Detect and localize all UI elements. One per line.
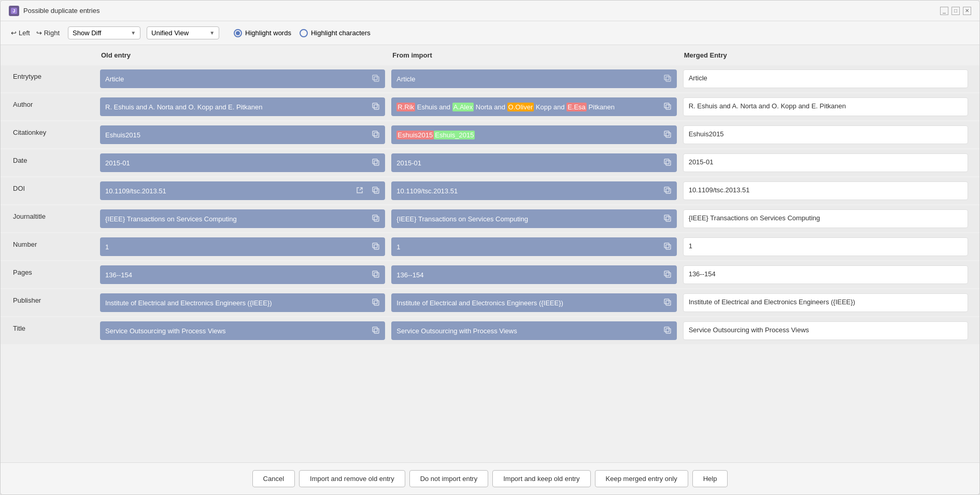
copy-old-title[interactable] bbox=[372, 326, 380, 336]
copy-old-pages[interactable] bbox=[372, 270, 380, 280]
copy-old-entrytype[interactable] bbox=[372, 74, 380, 84]
import-value-text-entrytype: Article bbox=[396, 75, 659, 83]
svg-rect-3 bbox=[373, 75, 377, 80]
help-button[interactable]: Help bbox=[692, 470, 728, 487]
unified-view-chevron: ▼ bbox=[209, 30, 215, 36]
svg-rect-12 bbox=[666, 133, 671, 137]
table-row: Entrytype Article Article Artic bbox=[1, 65, 979, 92]
maximize-button[interactable]: □ bbox=[951, 7, 960, 15]
svg-rect-9 bbox=[664, 103, 669, 108]
copy-import-doi[interactable] bbox=[663, 186, 672, 196]
svg-rect-20 bbox=[666, 189, 671, 193]
close-button[interactable]: ✕ bbox=[963, 7, 971, 15]
unified-view-dropdown[interactable]: Unified View ▼ bbox=[147, 26, 219, 39]
import-keep-button[interactable]: Import and keep old entry bbox=[492, 470, 590, 487]
show-diff-dropdown[interactable]: Show Diff ▼ bbox=[68, 26, 140, 39]
copy-import-publisher[interactable] bbox=[663, 298, 672, 308]
diff-highlight: O.Oliver bbox=[507, 103, 534, 111]
diff-highlight: E.Esa bbox=[566, 103, 587, 111]
import-value-number: 1 bbox=[391, 237, 676, 256]
keep-merged-button[interactable]: Keep merged entry only bbox=[595, 470, 688, 487]
field-label-entrytype: Entrytype bbox=[9, 67, 97, 86]
copy-old-author[interactable] bbox=[372, 102, 380, 112]
highlight-chars-label: Highlight characters bbox=[311, 29, 371, 37]
external-link-icon[interactable] bbox=[356, 187, 363, 195]
highlight-chars-option[interactable]: Highlight characters bbox=[300, 29, 371, 37]
import-value-text-doi: 10.1109/tsc.2013.51 bbox=[396, 187, 659, 195]
field-label-journaltitle: Journaltitle bbox=[9, 207, 97, 225]
left-arrow-icon: ↩ bbox=[11, 29, 17, 37]
copy-import-journaltitle[interactable] bbox=[663, 214, 672, 224]
old-value-publisher: Institute of Electrical and Electronics … bbox=[100, 293, 385, 312]
svg-rect-34 bbox=[374, 301, 379, 305]
copy-old-journaltitle[interactable] bbox=[372, 214, 380, 224]
copy-import-title[interactable] bbox=[663, 326, 672, 336]
svg-rect-32 bbox=[666, 273, 671, 277]
copy-old-publisher[interactable] bbox=[372, 298, 380, 308]
right-arrow-icon: ↪ bbox=[36, 29, 42, 37]
copy-import-number[interactable] bbox=[663, 242, 672, 252]
right-nav-button[interactable]: ↪ Right bbox=[34, 28, 62, 38]
highlight-words-radio[interactable] bbox=[234, 29, 242, 37]
table-row: Pages 136--154 136--154 136--15 bbox=[1, 261, 979, 288]
import-cell-date: 2015-01 bbox=[388, 151, 679, 174]
old-entry-cell-journaltitle: {IEEE} Transactions on Services Computin… bbox=[97, 207, 388, 230]
import-value-entrytype: Article bbox=[391, 69, 676, 88]
title-bar-controls: ⎯ □ ✕ bbox=[940, 7, 971, 15]
table-row: Citationkey Eshuis2015 Eshuis2015Eshuis_… bbox=[1, 121, 979, 148]
svg-rect-31 bbox=[373, 271, 377, 276]
import-cell-doi: 10.1109/tsc.2013.51 bbox=[388, 179, 679, 202]
merged-value-doi: 10.1109/tsc.2013.51 bbox=[683, 181, 968, 200]
import-value-text-number: 1 bbox=[396, 243, 659, 251]
main-window: J Possible duplicate entries ⎯ □ ✕ ↩ Lef… bbox=[0, 0, 980, 495]
copy-old-doi[interactable] bbox=[372, 186, 380, 196]
app-icon: J bbox=[9, 6, 19, 16]
highlight-chars-radio[interactable] bbox=[300, 29, 308, 37]
copy-import-author[interactable] bbox=[663, 102, 672, 112]
old-entry-cell-citationkey: Eshuis2015 bbox=[97, 123, 388, 146]
copy-old-date[interactable] bbox=[372, 158, 380, 168]
svg-rect-4 bbox=[666, 77, 671, 81]
copy-import-pages[interactable] bbox=[663, 270, 672, 280]
copy-import-entrytype[interactable] bbox=[663, 74, 672, 84]
merged-cell-doi: 10.1109/tsc.2013.51 bbox=[680, 179, 971, 202]
old-value-entrytype: Article bbox=[100, 69, 385, 88]
svg-rect-7 bbox=[373, 103, 377, 108]
minimize-button[interactable]: ⎯ bbox=[940, 7, 948, 15]
old-value-title: Service Outsourcing with Process Views bbox=[100, 321, 385, 340]
field-label-publisher: Publisher bbox=[9, 291, 97, 309]
cancel-button[interactable]: Cancel bbox=[252, 470, 295, 487]
import-value-text-journaltitle: {IEEE} Transactions on Services Computin… bbox=[396, 215, 659, 223]
old-entry-cell-title: Service Outsourcing with Process Views bbox=[97, 319, 388, 342]
svg-rect-28 bbox=[666, 245, 671, 249]
svg-rect-2 bbox=[374, 77, 379, 81]
left-nav-button[interactable]: ↩ Left bbox=[9, 28, 32, 38]
import-value-citationkey: Eshuis2015Eshuis_2015 bbox=[391, 125, 676, 144]
diff-highlight: R.Rik bbox=[396, 103, 415, 111]
copy-old-citationkey[interactable] bbox=[372, 130, 380, 140]
from-import-header: From import bbox=[388, 49, 679, 61]
diff-highlight: Eshuis_2015 bbox=[434, 131, 475, 139]
title-bar-left: J Possible duplicate entries bbox=[9, 6, 100, 16]
svg-rect-17 bbox=[664, 159, 669, 164]
svg-rect-39 bbox=[373, 327, 377, 332]
old-value-date: 2015-01 bbox=[100, 153, 385, 172]
svg-rect-40 bbox=[666, 329, 671, 333]
old-entry-header: Old entry bbox=[97, 49, 388, 61]
old-value-number: 1 bbox=[100, 237, 385, 256]
old-entry-cell-author: R. Eshuis and A. Norta and O. Kopp and E… bbox=[97, 95, 388, 118]
old-entry-cell-pages: 136--154 bbox=[97, 263, 388, 286]
import-remove-button[interactable]: Import and remove old entry bbox=[299, 470, 405, 487]
svg-rect-36 bbox=[666, 301, 671, 305]
svg-rect-11 bbox=[373, 131, 377, 136]
svg-rect-26 bbox=[374, 245, 379, 249]
old-value-text-entrytype: Article bbox=[105, 75, 367, 83]
copy-old-number[interactable] bbox=[372, 242, 380, 252]
table-row: DOI 10.1109/tsc.2013.51 10.1 bbox=[1, 177, 979, 204]
merged-entry-header: Merged Entry bbox=[680, 49, 971, 61]
do-not-import-button[interactable]: Do not import entry bbox=[409, 470, 489, 487]
copy-import-citationkey[interactable] bbox=[663, 130, 672, 140]
copy-import-date[interactable] bbox=[663, 158, 672, 168]
merged-value-date: 2015-01 bbox=[683, 153, 968, 172]
highlight-words-option[interactable]: Highlight words bbox=[234, 29, 291, 37]
